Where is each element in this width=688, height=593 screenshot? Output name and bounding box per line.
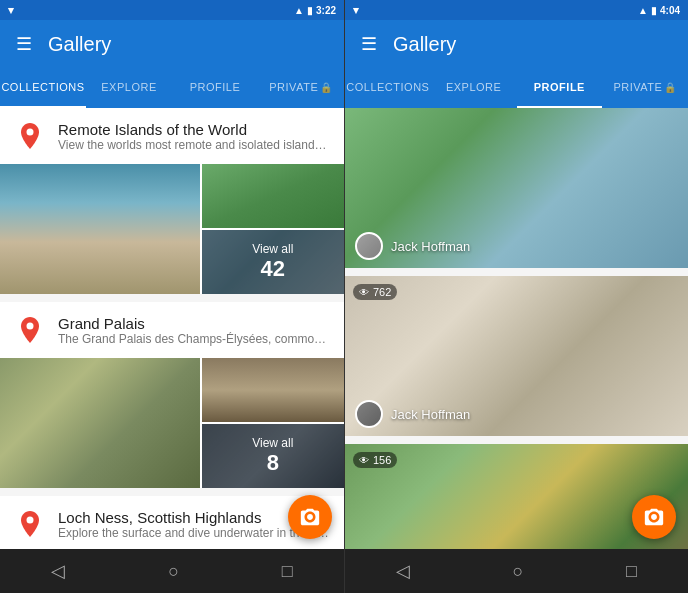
back-button-1[interactable]: ◁: [43, 552, 73, 590]
eye-icon-2: 👁: [359, 287, 369, 298]
eye-icon-3: 👁: [359, 455, 369, 466]
home-button-1[interactable]: ○: [160, 553, 187, 590]
image-right-col-remote-islands: View all 42: [202, 164, 345, 294]
svg-point-3: [27, 323, 34, 330]
image-palace-bottom-right: View all 8: [202, 424, 345, 488]
wifi-icon-1: ▾: [8, 4, 14, 17]
tabs-1: COLLECTIONS EXPLORE PROFILE PRIVATE 🔒: [0, 68, 344, 108]
app-title-2: Gallery: [393, 33, 672, 56]
svg-point-1: [27, 129, 34, 136]
view-all-overlay-remote-islands[interactable]: View all 42: [202, 230, 345, 294]
profile-image-park[interactable]: Jack Hoffman: [345, 108, 688, 268]
wifi-icon-2: ▾: [353, 4, 359, 17]
time-1: 3:22: [316, 5, 336, 16]
image-palace-left: [0, 358, 200, 488]
maps-icon-remote-islands: [12, 118, 48, 154]
tab-profile-2[interactable]: PROFILE: [517, 68, 603, 108]
app-title-1: Gallery: [48, 33, 328, 56]
home-button-2[interactable]: ○: [505, 553, 532, 590]
back-button-2[interactable]: ◁: [388, 552, 418, 590]
profile-overlay-1: Jack Hoffman: [355, 232, 470, 260]
signal-icon-1: ▲: [294, 5, 304, 16]
scroll-area-1[interactable]: Remote Islands of the World View the wor…: [0, 108, 344, 549]
view-all-label-grand-palais: View all: [252, 436, 293, 450]
status-bar-1: ▾ ▲ ▮ 3:22: [0, 0, 344, 20]
tab-profile-1[interactable]: PROFILE: [172, 68, 258, 108]
view-all-count-grand-palais: 8: [267, 450, 279, 476]
fab-camera-1[interactable]: [288, 495, 332, 539]
fab-camera-2[interactable]: [632, 495, 676, 539]
image-right-col-grand-palais: View all 8: [202, 358, 345, 488]
view-count-2: 762: [373, 286, 391, 298]
tabs-2: COLLECTIONS EXPLORE PROFILE PRIVATE 🔒: [345, 68, 688, 108]
image-beach-top-right: [202, 164, 345, 228]
card-subtitle-grand-palais: The Grand Palais des Champs-Élysées, com…: [58, 332, 332, 346]
image-palace-top-right: [202, 358, 345, 422]
profile-overlay-2: Jack Hoffman: [355, 400, 470, 428]
image-grid-remote-islands: View all 42: [0, 164, 344, 294]
view-count-badge-2: 👁 762: [353, 284, 397, 300]
profile-name-2: Jack Hoffman: [391, 407, 470, 422]
avatar-2: [355, 400, 383, 428]
tab-collections-2[interactable]: COLLECTIONS: [345, 68, 431, 108]
image-grid-grand-palais: View all 8: [0, 358, 344, 488]
card-subtitle-remote-islands: View the worlds most remote and isolated…: [58, 138, 332, 152]
signal-icon-2: ▲: [638, 5, 648, 16]
tab-explore-2[interactable]: EXPLORE: [431, 68, 517, 108]
card-title-grand-palais: Grand Palais: [58, 315, 332, 332]
view-all-label-remote-islands: View all: [252, 242, 293, 256]
card-header-remote-islands: Remote Islands of the World View the wor…: [0, 108, 344, 164]
card-text-remote-islands: Remote Islands of the World View the wor…: [58, 121, 332, 152]
app-bar-2: ☰ Gallery: [345, 20, 688, 68]
bottom-nav-1: ◁ ○ □: [0, 549, 344, 593]
hamburger-icon-2[interactable]: ☰: [361, 33, 377, 55]
battery-icon-1: ▮: [307, 5, 313, 16]
phone-1: ▾ ▲ ▮ 3:22 ☰ Gallery COLLECTIONS EXPLORE…: [0, 0, 344, 593]
profile-image-forest[interactable]: 👁 156: [345, 444, 688, 549]
view-all-count-remote-islands: 42: [261, 256, 285, 282]
phone-2: ▾ ▲ ▮ 4:04 ☰ Gallery COLLECTIONS EXPLORE…: [344, 0, 688, 593]
hamburger-icon-1[interactable]: ☰: [16, 33, 32, 55]
status-bar-2: ▾ ▲ ▮ 4:04: [345, 0, 688, 20]
app-bar-1: ☰ Gallery: [0, 20, 344, 68]
image-beach-left: [0, 164, 200, 294]
profile-scroll[interactable]: Jack Hoffman 👁 762 Jack Hoffman 👁 156: [345, 108, 688, 549]
bottom-nav-2: ◁ ○ □: [345, 549, 688, 593]
image-beach-bottom-right: View all 42: [202, 230, 345, 294]
card-text-grand-palais: Grand Palais The Grand Palais des Champs…: [58, 315, 332, 346]
recents-button-2[interactable]: □: [618, 553, 645, 590]
collection-card-grand-palais[interactable]: Grand Palais The Grand Palais des Champs…: [0, 302, 344, 488]
collection-card-remote-islands[interactable]: Remote Islands of the World View the wor…: [0, 108, 344, 294]
tab-collections-1[interactable]: COLLECTIONS: [0, 68, 86, 108]
svg-point-5: [27, 517, 34, 524]
recents-button-1[interactable]: □: [274, 553, 301, 590]
card-header-grand-palais: Grand Palais The Grand Palais des Champs…: [0, 302, 344, 358]
profile-name-1: Jack Hoffman: [391, 239, 470, 254]
time-2: 4:04: [660, 5, 680, 16]
tab-private-2[interactable]: PRIVATE 🔒: [602, 68, 688, 108]
avatar-1: [355, 232, 383, 260]
view-count-3: 156: [373, 454, 391, 466]
view-all-overlay-grand-palais[interactable]: View all 8: [202, 424, 345, 488]
maps-icon-grand-palais: [12, 312, 48, 348]
tab-explore-1[interactable]: EXPLORE: [86, 68, 172, 108]
card-title-remote-islands: Remote Islands of the World: [58, 121, 332, 138]
maps-icon-loch-ness: [12, 506, 48, 542]
tab-private-1[interactable]: PRIVATE 🔒: [258, 68, 344, 108]
profile-image-interior[interactable]: 👁 762 Jack Hoffman: [345, 276, 688, 436]
lock-icon-2: 🔒: [664, 82, 677, 93]
battery-icon-2: ▮: [651, 5, 657, 16]
view-count-badge-3: 👁 156: [353, 452, 397, 468]
lock-icon-1: 🔒: [320, 82, 333, 93]
